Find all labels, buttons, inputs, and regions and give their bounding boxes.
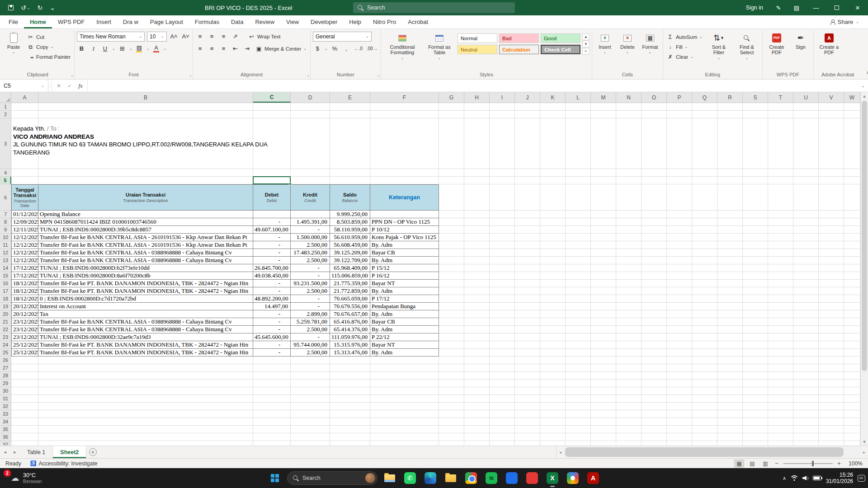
cell-I33[interactable] <box>490 410 515 418</box>
cell-T35[interactable] <box>768 426 793 433</box>
cell-M5[interactable] <box>591 177 616 184</box>
cell-Q36[interactable] <box>692 433 717 441</box>
increase-indent-icon[interactable]: ⇥ <box>242 44 252 53</box>
cell-F11[interactable]: By. Adm <box>370 241 439 249</box>
cell-T33[interactable] <box>768 410 793 418</box>
cell-J30[interactable] <box>515 387 540 395</box>
row-header-16[interactable]: 16 <box>0 280 11 287</box>
cell-B6[interactable]: Uraian TransaksiTransaction Description <box>38 184 253 211</box>
column-header-N[interactable]: N <box>616 92 642 103</box>
cell-I17[interactable] <box>490 287 515 295</box>
cell-M30[interactable] <box>591 387 616 395</box>
cell-U3[interactable] <box>793 118 819 169</box>
cell-G4[interactable] <box>439 169 464 177</box>
cell-P4[interactable] <box>667 169 692 177</box>
cell-D24[interactable]: 95.744.000,00 <box>291 341 330 349</box>
percent-style-button[interactable]: % <box>330 44 340 53</box>
cell-K23[interactable] <box>540 333 566 341</box>
row-header-8[interactable]: 8 <box>0 218 11 226</box>
cell-K18[interactable] <box>540 295 566 303</box>
cell-U21[interactable] <box>793 318 819 326</box>
cell-B17[interactable]: Transfer BI-Fast ke PT. BANK DANAMON IND… <box>38 287 253 295</box>
cell-T17[interactable] <box>768 287 793 295</box>
cell-A22[interactable]: 23/12/2025 <box>11 326 38 333</box>
sheet-nav-right-icon[interactable]: ▸ <box>10 446 20 458</box>
ribbon-tab-acrobat[interactable]: Acrobat <box>402 15 434 28</box>
cell-R22[interactable] <box>717 326 743 333</box>
cell-S27[interactable] <box>743 364 768 372</box>
cell-I14[interactable] <box>490 264 515 272</box>
row-header-12[interactable]: 12 <box>0 249 11 257</box>
cell-R5[interactable] <box>717 177 743 184</box>
row-header-11[interactable]: 11 <box>0 241 11 249</box>
cell-D18[interactable]: - <box>291 295 330 303</box>
cell-U28[interactable] <box>793 372 819 380</box>
cell-W3[interactable] <box>844 118 860 169</box>
row-header-35[interactable]: 35 <box>0 426 11 433</box>
cell-R13[interactable] <box>717 257 743 264</box>
cell-R20[interactable] <box>717 310 743 318</box>
cell-P17[interactable] <box>667 287 692 295</box>
cell-C31[interactable] <box>253 395 291 403</box>
cell-L1[interactable] <box>566 103 591 111</box>
cell-S6[interactable] <box>743 184 768 211</box>
cell-S10[interactable] <box>743 234 768 241</box>
cell-N15[interactable] <box>616 272 642 280</box>
clipboard-dialog-launcher[interactable]: ⌟ <box>71 72 73 77</box>
cell-K7[interactable] <box>540 211 566 218</box>
cell-B16[interactable]: Transfer BI-Fast ke PT. BANK DANAMON IND… <box>38 280 253 287</box>
cell-T20[interactable] <box>768 310 793 318</box>
cell-F10[interactable]: Kons Pajak - OP Vico 1125 <box>370 234 439 241</box>
cell-W30[interactable] <box>844 387 860 395</box>
cell-S19[interactable] <box>743 303 768 310</box>
sheet-nav-left-icon[interactable]: ◂ <box>0 446 10 458</box>
cell-E31[interactable] <box>330 395 370 403</box>
cell-W5[interactable] <box>844 177 860 184</box>
cell-T1[interactable] <box>768 103 793 111</box>
gallery-down-icon[interactable]: ▼ <box>582 41 590 47</box>
row-header-31[interactable]: 31 <box>0 395 11 403</box>
cell-G5[interactable] <box>439 177 464 184</box>
cell-T28[interactable] <box>768 372 793 380</box>
column-header-F[interactable]: F <box>370 92 439 103</box>
cell-O19[interactable] <box>642 303 667 310</box>
cell-W25[interactable] <box>844 349 860 357</box>
cell-F22[interactable]: By. Adm <box>370 326 439 333</box>
cell-J37[interactable] <box>515 441 540 446</box>
cell-R25[interactable] <box>717 349 743 357</box>
cell-K22[interactable] <box>540 326 566 333</box>
cell-V18[interactable] <box>819 295 844 303</box>
cell-G37[interactable] <box>439 441 464 446</box>
cell-G1[interactable] <box>439 103 464 111</box>
cell-I20[interactable] <box>490 310 515 318</box>
cell-Q2[interactable] <box>692 111 717 118</box>
cell-P2[interactable] <box>667 111 692 118</box>
cell-I19[interactable] <box>490 303 515 310</box>
cell-C13[interactable]: - <box>253 257 291 264</box>
cell-L17[interactable] <box>566 287 591 295</box>
cell-U22[interactable] <box>793 326 819 333</box>
cell-Q21[interactable] <box>692 318 717 326</box>
cell-F12[interactable]: Bayar CB <box>370 249 439 257</box>
cell-F23[interactable]: P 22/12 <box>370 333 439 341</box>
cell-Q32[interactable] <box>692 403 717 410</box>
cell-style-neutral[interactable]: Neutral <box>458 45 497 54</box>
cell-I27[interactable] <box>490 364 515 372</box>
cell-E27[interactable] <box>330 364 370 372</box>
cell-J12[interactable] <box>515 249 540 257</box>
cell-J28[interactable] <box>515 372 540 380</box>
ribbon-tab-page-layout[interactable]: Page Layout <box>144 15 189 28</box>
cell-D4[interactable] <box>291 169 330 177</box>
cell-I12[interactable] <box>490 249 515 257</box>
top-align-icon[interactable]: ≡ <box>195 32 205 41</box>
cell-V11[interactable] <box>819 241 844 249</box>
cell-J22[interactable] <box>515 326 540 333</box>
cell-O24[interactable] <box>642 341 667 349</box>
cell-M1[interactable] <box>591 103 616 111</box>
ribbon-tab-insert[interactable]: Insert <box>90 15 117 28</box>
cell-T25[interactable] <box>768 349 793 357</box>
cell-B26[interactable] <box>38 357 253 364</box>
cell-P22[interactable] <box>667 326 692 333</box>
row-header-28[interactable]: 28 <box>0 372 11 380</box>
increase-font-size-button[interactable]: A˄ <box>169 32 179 41</box>
